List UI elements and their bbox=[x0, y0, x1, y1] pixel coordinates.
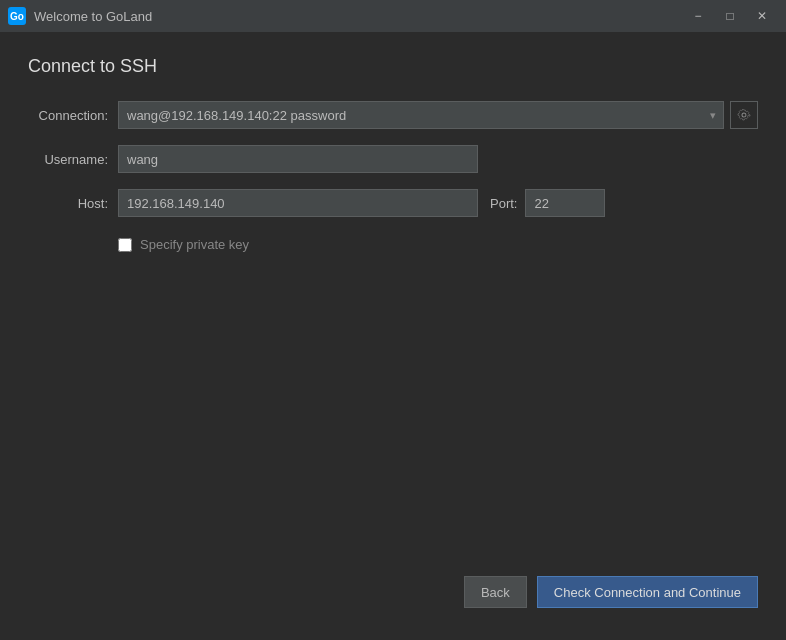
minimize-button[interactable]: − bbox=[682, 0, 714, 32]
back-button[interactable]: Back bbox=[464, 576, 527, 608]
connection-select-wrapper: wang@192.168.149.140:22 password bbox=[118, 101, 724, 129]
port-input[interactable] bbox=[525, 189, 605, 217]
connection-label: Connection: bbox=[28, 108, 118, 123]
window-controls: − □ ✕ bbox=[682, 0, 778, 32]
main-content: Connect to SSH Connection: wang@192.168.… bbox=[0, 32, 786, 640]
specify-private-key-checkbox[interactable] bbox=[118, 238, 132, 252]
close-button[interactable]: ✕ bbox=[746, 0, 778, 32]
spacer bbox=[28, 252, 758, 576]
check-connection-button[interactable]: Check Connection and Continue bbox=[537, 576, 758, 608]
private-key-row: Specify private key bbox=[118, 237, 758, 252]
host-label: Host: bbox=[28, 196, 118, 211]
connection-input-wrapper: wang@192.168.149.140:22 password bbox=[118, 101, 758, 129]
username-row: Username: bbox=[28, 145, 758, 173]
host-row: Host: Port: bbox=[28, 189, 758, 217]
form-section: Connection: wang@192.168.149.140:22 pass… bbox=[28, 101, 758, 252]
host-input[interactable] bbox=[118, 189, 478, 217]
port-label: Port: bbox=[478, 196, 525, 211]
username-label: Username: bbox=[28, 152, 118, 167]
app-icon: Go bbox=[8, 7, 26, 25]
window-title: Welcome to GoLand bbox=[34, 9, 152, 24]
gear-icon bbox=[737, 108, 751, 122]
maximize-button[interactable]: □ bbox=[714, 0, 746, 32]
connection-select[interactable]: wang@192.168.149.140:22 password bbox=[118, 101, 724, 129]
specify-private-key-label: Specify private key bbox=[140, 237, 249, 252]
gear-settings-button[interactable] bbox=[730, 101, 758, 129]
connection-row: Connection: wang@192.168.149.140:22 pass… bbox=[28, 101, 758, 129]
footer: Back Check Connection and Continue bbox=[28, 576, 758, 616]
title-bar: Go Welcome to GoLand − □ ✕ bbox=[0, 0, 786, 32]
username-input[interactable] bbox=[118, 145, 478, 173]
page-title: Connect to SSH bbox=[28, 56, 758, 77]
title-bar-left: Go Welcome to GoLand bbox=[8, 7, 152, 25]
